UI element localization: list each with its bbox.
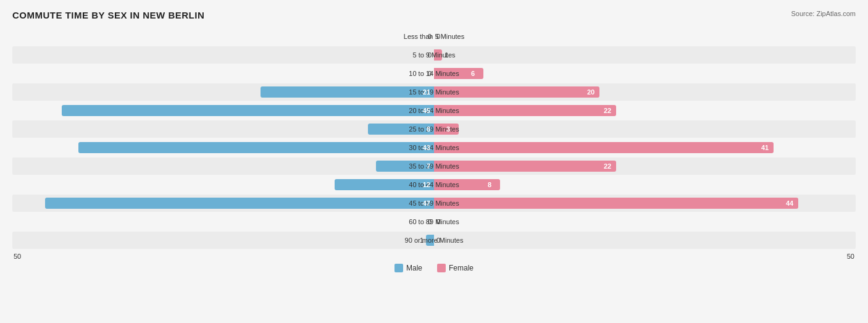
bar-value-female: 20 bbox=[587, 88, 595, 96]
bar-value-male: 43 bbox=[423, 144, 430, 151]
legend-female-label: Female bbox=[449, 264, 474, 272]
chart-title: COMMUTE TIME BY SEX IN NEW BERLIN bbox=[12, 10, 204, 20]
bar-value-male: 8 bbox=[427, 125, 430, 133]
bar-value-male: 45 bbox=[423, 107, 430, 114]
bar-value-male: 0 bbox=[428, 33, 432, 40]
bar-male bbox=[261, 86, 434, 98]
bar-row: 30 to 34 Minutes4341 bbox=[12, 139, 856, 156]
bar-label: 35 to 39 Minutes bbox=[409, 162, 459, 170]
bar-label: Less than 5 Minutes bbox=[404, 33, 464, 40]
bar-value-female: 8 bbox=[488, 181, 491, 188]
bar-row: Less than 5 Minutes00 bbox=[12, 28, 856, 45]
bar-male bbox=[62, 105, 434, 116]
axis-left: 50 bbox=[14, 253, 21, 260]
bar-value-male: 0 bbox=[428, 51, 432, 59]
bar-male bbox=[78, 142, 434, 153]
bar-row: 60 to 89 Minutes00 bbox=[12, 213, 856, 230]
bar-value-female: 1 bbox=[444, 51, 448, 59]
chart-header: COMMUTE TIME BY SEX IN NEW BERLIN Source… bbox=[12, 10, 856, 20]
bar-value-male: 7 bbox=[427, 162, 430, 170]
bar-value-female: 0 bbox=[436, 33, 440, 40]
bar-label: 10 to 14 Minutes bbox=[409, 70, 459, 77]
legend-female: Female bbox=[437, 264, 474, 272]
bar-label: 15 to 19 Minutes bbox=[409, 88, 459, 96]
bar-male bbox=[45, 198, 434, 209]
bar-label: 90 or more Minutes bbox=[405, 237, 464, 244]
legend-female-box bbox=[437, 264, 446, 272]
bar-value-female: 22 bbox=[604, 162, 611, 170]
bar-value-female: 3 bbox=[446, 125, 450, 133]
bar-label: 25 to 29 Minutes bbox=[409, 125, 459, 133]
bar-row: 15 to 19 Minutes2120 bbox=[12, 83, 856, 101]
legend-male: Male bbox=[394, 264, 422, 272]
bar-female bbox=[434, 198, 798, 209]
bar-value-female: 6 bbox=[471, 70, 475, 77]
bar-female bbox=[434, 105, 616, 116]
bar-value-female: 0 bbox=[436, 237, 440, 244]
bar-value-male: 47 bbox=[423, 199, 430, 207]
bar-value-female: 0 bbox=[436, 218, 440, 225]
bar-row: 90 or more Minutes10 bbox=[12, 232, 856, 249]
bar-label: 45 to 59 Minutes bbox=[409, 199, 459, 207]
bar-row: 5 to 9 Minutes01 bbox=[12, 46, 856, 64]
bar-row: 40 to 44 Minutes128 bbox=[12, 176, 856, 193]
bar-value-male: 0 bbox=[428, 218, 432, 225]
bar-label: 5 to 9 Minutes bbox=[412, 51, 455, 59]
legend-male-box bbox=[394, 264, 403, 272]
bar-label: 20 to 24 Minutes bbox=[409, 107, 459, 114]
bar-label: 30 to 34 Minutes bbox=[409, 144, 459, 151]
bar-value-male: 12 bbox=[423, 181, 430, 188]
legend-male-label: Male bbox=[406, 264, 422, 272]
bar-label: 40 to 44 Minutes bbox=[409, 181, 459, 188]
bar-row: 25 to 29 Minutes83 bbox=[12, 120, 856, 138]
bar-value-male: 21 bbox=[423, 88, 430, 96]
bar-value-male: 1 bbox=[420, 237, 424, 244]
bar-label: 60 to 89 Minutes bbox=[409, 218, 459, 225]
bar-female bbox=[434, 161, 616, 172]
bar-row: 10 to 14 Minutes06 bbox=[12, 65, 856, 82]
bar-female bbox=[434, 142, 774, 153]
bar-row: 35 to 39 Minutes722 bbox=[12, 157, 856, 175]
bar-value-female: 22 bbox=[604, 107, 611, 114]
bar-value-female: 44 bbox=[786, 199, 793, 207]
bar-value-male: 0 bbox=[428, 70, 432, 77]
chart-container: COMMUTE TIME BY SEX IN NEW BERLIN Source… bbox=[0, 0, 868, 323]
bar-value-female: 41 bbox=[761, 144, 769, 151]
axis-right: 50 bbox=[847, 253, 854, 260]
chart-source: Source: ZipAtlas.com bbox=[791, 10, 856, 17]
bar-row: 20 to 24 Minutes4522 bbox=[12, 102, 856, 119]
axis-row: 50 50 bbox=[12, 253, 856, 260]
bar-row: 45 to 59 Minutes4744 bbox=[12, 195, 856, 212]
chart-body: Less than 5 Minutes005 to 9 Minutes0110 … bbox=[12, 28, 856, 249]
legend: Male Female bbox=[12, 264, 856, 272]
